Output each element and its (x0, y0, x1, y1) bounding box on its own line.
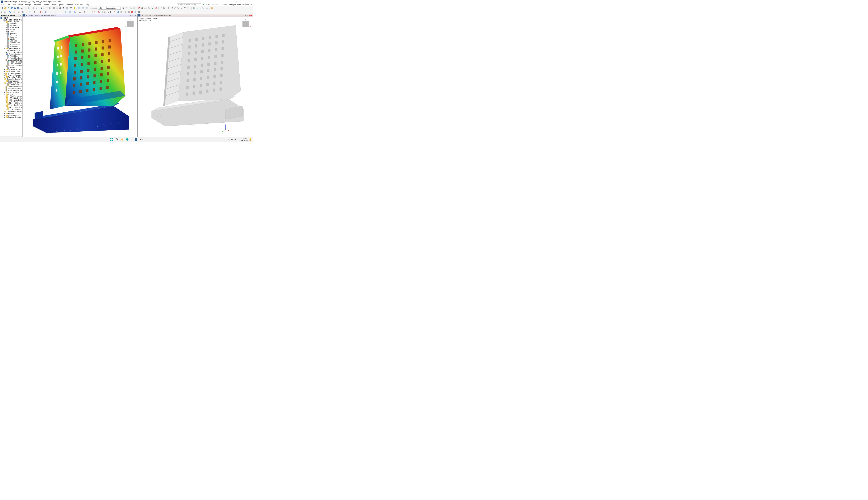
snap-intersection-button[interactable] (177, 7, 180, 10)
tree-item-structure-modifications[interactable]: Structure Modifications (0, 59, 22, 61)
tree-load-wizards[interactable]: ▸Load Wizards (0, 91, 22, 93)
tree-load-lc4[interactable]: ▸LC4 - Wind in +X (0, 101, 22, 103)
show-results-button[interactable] (116, 10, 119, 13)
tree-basic-objects[interactable]: ▾Basic Objects (0, 21, 22, 23)
viewport-right-3d-view[interactable]: Clipping Plane mode Visibility mode X Y … (138, 17, 253, 138)
display-option-1-dropdown[interactable]: ▾ (200, 7, 201, 9)
member-dropdown[interactable]: ▾ (63, 11, 64, 13)
window-single-button[interactable] (45, 7, 49, 10)
release-dropdown[interactable]: ▾ (91, 11, 92, 13)
undo-dropdown[interactable]: ▾ (39, 7, 40, 9)
menu-tools[interactable]: Tools (50, 3, 57, 6)
renumber-button[interactable]: 12 (106, 10, 110, 13)
tree-calculation-diagrams[interactable]: ▸Calculation Diagrams (0, 111, 22, 113)
tree-imperfections[interactable]: ▸Imperfections (0, 80, 22, 82)
snap-node-button[interactable] (167, 7, 170, 10)
clipping-plane-button[interactable] (134, 10, 137, 13)
notifications-icon[interactable]: 🔔 (249, 138, 252, 141)
tree-types-for-nodes[interactable]: ▸Types for Nodes (0, 69, 22, 70)
tree-load-lc1[interactable]: ▸LC1 - Eigengewicht (0, 95, 22, 97)
window-tile-v-button[interactable] (52, 7, 55, 10)
tree-types-for-solids[interactable]: ▸Types for Solids (0, 76, 22, 78)
support-nodal-button[interactable] (79, 10, 82, 13)
window-tile-h-button[interactable] (49, 7, 52, 10)
tree-load-lc7[interactable]: ▸LC7 - Wind in -Y (0, 107, 22, 109)
units-button[interactable] (70, 7, 73, 10)
snap-mid-button[interactable] (180, 7, 183, 10)
display-option-1[interactable] (197, 7, 200, 10)
tree-load-lc8[interactable]: ▸LC8 - Schnee (0, 109, 22, 111)
select-related-button[interactable] (8, 10, 11, 13)
tree-item-rigid-links[interactable]: Rigid Links (0, 55, 22, 57)
redo-button[interactable] (40, 7, 43, 10)
view-z-button[interactable] (45, 10, 48, 13)
viewport-close-button[interactable]: ✕ (135, 14, 137, 16)
edge-button[interactable] (125, 137, 129, 141)
find-button[interactable] (162, 7, 165, 10)
explorer-button[interactable] (120, 137, 124, 141)
undo-open-button[interactable] (7, 7, 10, 10)
display-option-3[interactable] (206, 7, 209, 10)
opening-dropdown[interactable]: ▾ (72, 11, 73, 13)
tree-item-lines[interactable]: ▸Lines (0, 30, 22, 32)
opening-button[interactable] (68, 10, 71, 13)
member-button[interactable] (59, 10, 62, 13)
tree-item-nodal-releases[interactable]: Nodal Releases (0, 61, 22, 63)
tree-item-line-releases[interactable]: Line Releases (0, 63, 22, 65)
viewport-maximize-button[interactable]: ▢ (132, 14, 135, 16)
tree-project[interactable]: ▾61_Hotel_Tivoli_(C)www.ingena.info... (0, 19, 22, 21)
combinations-button[interactable] (77, 7, 81, 10)
snap-grid-button[interactable] (170, 7, 173, 10)
view-direction-dropdown[interactable]: ▾ (48, 11, 49, 13)
tray-display-icon[interactable]: ▭ (228, 138, 230, 140)
view-isometric-button[interactable] (34, 10, 37, 13)
menu-help[interactable]: Help (84, 3, 91, 6)
menu-edit[interactable]: Edit (5, 3, 11, 6)
new-data-button[interactable]: + (28, 7, 31, 10)
color-fill-button[interactable] (210, 7, 213, 10)
select-related-dropdown[interactable]: ▾ (11, 11, 12, 13)
table-button[interactable] (59, 7, 62, 10)
rfem-taskbar-button[interactable] (134, 137, 138, 141)
snap-dropdown-button[interactable] (187, 7, 190, 10)
check-model-button[interactable] (137, 7, 140, 10)
menu-options[interactable]: Options (57, 3, 66, 6)
tree-item-openings[interactable]: ▸Openings (0, 36, 22, 38)
tree-item-surface-results-adjustments[interactable]: Surface Results Adjustments (0, 52, 22, 53)
list-left-button[interactable] (82, 7, 85, 10)
tree-item-static-analysis-settings[interactable]: Static Analysis Settings (0, 90, 22, 91)
tree-types-for-special-objects[interactable]: ▸Types for Special Objects (0, 78, 22, 80)
view-prev-dropdown[interactable]: ▾ (32, 11, 33, 13)
tree-item-surface-releases[interactable]: Surface Releases (0, 65, 22, 67)
tree-item-surfaces[interactable]: ▸Surfaces (0, 34, 22, 36)
section-view-button[interactable] (137, 10, 140, 13)
snap-options-dropdown[interactable]: ▾ (190, 7, 191, 9)
line-button[interactable] (55, 10, 58, 13)
print-button[interactable] (20, 7, 23, 10)
opacity-slider[interactable] (90, 8, 97, 9)
load-wizards-button[interactable] (73, 7, 76, 10)
tree-printout-reports[interactable]: ▸Printout Reports (0, 116, 22, 118)
tree-item-intersections[interactable]: Intersections (0, 49, 22, 52)
select-window-button[interactable] (4, 10, 7, 13)
load-nodal-button[interactable] (93, 10, 96, 13)
undo-button[interactable] (35, 7, 38, 10)
view-x-button[interactable] (38, 10, 41, 13)
load-case-code-input[interactable] (98, 7, 105, 10)
panel-button[interactable] (65, 7, 68, 10)
visibility-show-button[interactable] (124, 10, 127, 13)
viewport-minimize-button[interactable]: — (244, 14, 247, 16)
show-mesh-button[interactable] (119, 10, 123, 13)
start-button[interactable] (110, 137, 114, 141)
hinge-dropdown[interactable]: ▾ (86, 11, 87, 13)
tree-load-lc2[interactable]: ▸LC2 - ständige Lasten (0, 97, 22, 99)
release-button[interactable] (88, 10, 91, 13)
view-y-button[interactable] (42, 10, 45, 13)
tree-item-result-combinations[interactable]: Result Combinations (0, 88, 22, 90)
center-mass-button[interactable] (147, 7, 150, 10)
list-numbers-button[interactable] (103, 10, 106, 13)
surface-button[interactable] (64, 10, 67, 13)
tree-types-for-lines[interactable]: ▸Types for Lines (0, 70, 22, 72)
plausibility-button[interactable]: ! (155, 7, 158, 10)
pan-button[interactable] (22, 10, 25, 13)
